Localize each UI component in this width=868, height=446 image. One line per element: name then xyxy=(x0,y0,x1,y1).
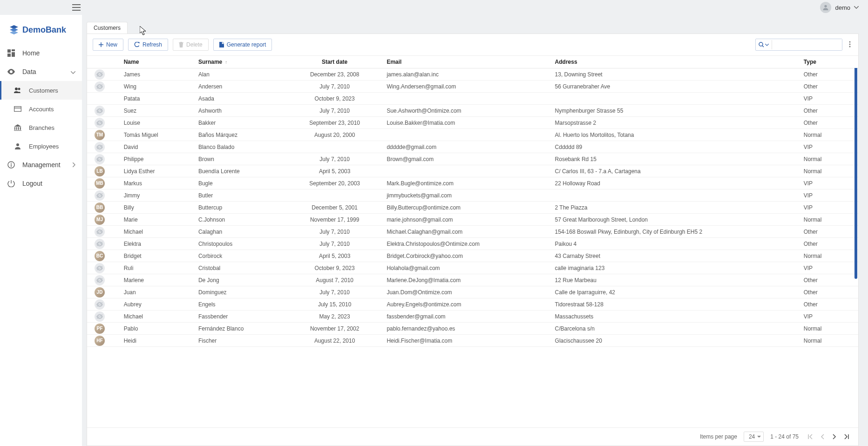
nav-data[interactable]: Data xyxy=(0,62,82,81)
new-button[interactable]: New xyxy=(93,39,123,51)
table-row[interactable]: TMTomás MiguelBaños MárquezAugust 20, 20… xyxy=(87,129,858,141)
cell-type: VIP xyxy=(799,189,858,202)
generate-report-button[interactable]: Generate report xyxy=(213,39,272,51)
column-type[interactable]: Type xyxy=(799,56,858,68)
cell-name: Heidi xyxy=(119,335,194,347)
table-row[interactable]: WingAndersenJuly 7, 2010Wing.Andersen@gm… xyxy=(87,81,858,93)
cell-surname: Asada xyxy=(194,93,287,105)
customer-avatar: JD xyxy=(95,287,105,297)
table-row[interactable]: AubreyEngelsJuly 15, 2010Aubrey.Engels@o… xyxy=(87,298,858,311)
nav-accounts[interactable]: Accounts xyxy=(0,100,82,118)
column-avatar xyxy=(87,56,119,68)
tab-customers[interactable]: Customers xyxy=(87,22,128,34)
table-row[interactable]: DavidBlanco Baladoddddde@gmail.comCddddd… xyxy=(87,141,858,153)
refresh-label: Refresh xyxy=(142,41,162,48)
cell-name: Aubrey xyxy=(119,298,194,311)
cell-email: Juan.Dom@Ontimize.com xyxy=(382,286,550,298)
table-container: Name Surname↑ Start date Email Address T… xyxy=(87,56,858,427)
cell-start-date: April 5, 2003 xyxy=(287,165,382,177)
plus-icon xyxy=(99,42,103,47)
user-name-label: demo xyxy=(835,4,850,11)
nav-accounts-label: Accounts xyxy=(29,106,54,113)
cell-address: Glacischaussee 20 xyxy=(550,335,799,347)
cell-surname: Calaghan xyxy=(194,226,287,238)
user-menu[interactable]: demo xyxy=(816,0,862,15)
items-per-page-select[interactable]: 24 xyxy=(744,432,764,442)
new-label: New xyxy=(106,41,117,48)
cell-email: Elektra.Christopoulos@Ontimize.com xyxy=(382,238,550,250)
table-row[interactable]: RuliCristobalOctober 9, 2023Holahola@gma… xyxy=(87,262,858,274)
cell-surname: Corbirock xyxy=(194,250,287,262)
chevron-down-icon xyxy=(854,6,859,9)
cell-start-date: September 20, 2003 xyxy=(287,177,382,189)
cell-address: Rosebank Rd 15 xyxy=(550,153,799,165)
nav-management-label: Management xyxy=(22,161,61,169)
nav-management[interactable]: Management xyxy=(0,155,82,174)
menu-toggle-button[interactable] xyxy=(67,0,86,15)
brand-logo[interactable]: DemoBank xyxy=(0,21,82,44)
prev-page-button[interactable] xyxy=(817,432,827,442)
cell-surname: Baños Márquez xyxy=(194,129,287,141)
scrollbar-thumb[interactable] xyxy=(854,56,857,279)
customer-avatar: HF xyxy=(95,336,105,346)
hamburger-icon xyxy=(72,4,81,11)
cell-type: Other xyxy=(799,274,858,286)
column-start-date[interactable]: Start date xyxy=(287,56,382,68)
cell-type: Normal xyxy=(799,153,858,165)
customer-avatar: LB xyxy=(95,166,105,176)
table-row[interactable]: MichaelFassbenderMay 2, 2023fassbender@g… xyxy=(87,311,858,323)
nav-home[interactable]: Home xyxy=(0,44,82,62)
cell-type: Other xyxy=(799,286,858,298)
nav-logout[interactable]: Logout xyxy=(0,174,82,193)
column-address[interactable]: Address xyxy=(550,56,799,68)
cell-address: Marsopstrasse 2 xyxy=(550,117,799,129)
table-row[interactable]: ElektraChristopoulosJuly 7, 2010Elektra.… xyxy=(87,238,858,250)
table-row[interactable]: PhilippeBrownJuly 7, 2010Brown@gmail.com… xyxy=(87,153,858,165)
nav-branches[interactable]: Branches xyxy=(0,118,82,137)
placeholder-avatar-icon xyxy=(95,118,105,128)
table-row[interactable]: MJMarieC.JohnsonNovember 17, 1999marie.j… xyxy=(87,214,858,226)
more-vertical-icon xyxy=(849,41,851,47)
column-name[interactable]: Name xyxy=(119,56,194,68)
table-row[interactable]: LouiseBakkerSeptember 23, 2010Louise.Bak… xyxy=(87,117,858,129)
table-row[interactable]: JDJuanDominguezJuly 7, 2010Juan.Dom@Onti… xyxy=(87,286,858,298)
svg-rect-2 xyxy=(12,49,15,51)
nav-customers[interactable]: Customers xyxy=(0,81,82,100)
table-row[interactable]: BBBillyButtercupDecember 5, 2001Billy.Bu… xyxy=(87,202,858,214)
table-row[interactable]: MichaelCalaghanJuly 7, 2010Michael.Calag… xyxy=(87,226,858,238)
cell-type: Other xyxy=(799,226,858,238)
first-page-button[interactable] xyxy=(805,432,815,442)
table-row[interactable]: MarleneDe JongAugust 7, 2010Marlene.DeJo… xyxy=(87,274,858,286)
cell-name: Patata xyxy=(119,93,194,105)
table-row[interactable]: SuezAshworthJuly 7, 2010Sue.Ashworth@Ont… xyxy=(87,105,858,117)
cell-name: Tomás Miguel xyxy=(119,129,194,141)
table-row[interactable]: JamesAlanDecember 23, 2008james.alan@ala… xyxy=(87,68,858,81)
table-row[interactable]: HFHeidiFischerAugust 22, 2010Heidi.Fisch… xyxy=(87,335,858,347)
column-surname[interactable]: Surname↑ xyxy=(194,56,287,68)
cell-type: Other xyxy=(799,238,858,250)
last-page-button[interactable] xyxy=(841,432,852,442)
table-row[interactable]: BCBridgetCorbirockApril 5, 2003Bridget.C… xyxy=(87,250,858,262)
cell-surname: Engels xyxy=(194,298,287,311)
customer-avatar: MJ xyxy=(95,215,105,225)
next-page-button[interactable] xyxy=(829,432,840,442)
cell-name: James xyxy=(119,68,194,81)
svg-point-8 xyxy=(16,143,19,146)
more-options-button[interactable] xyxy=(847,39,853,51)
table-row[interactable]: LBLidya EstherBuendía LorenteApril 5, 20… xyxy=(87,165,858,177)
last-page-icon xyxy=(844,434,849,439)
cell-start-date: November 17, 1999 xyxy=(287,214,382,226)
cell-name: Michael xyxy=(119,311,194,323)
column-email[interactable]: Email xyxy=(382,56,550,68)
search-input[interactable] xyxy=(772,39,842,50)
table-row[interactable]: JimmyButlerjimmybuckets@gmail.comVIP xyxy=(87,189,858,202)
search-filter-dropdown[interactable] xyxy=(756,40,772,49)
table-row[interactable]: PatataAsadaOctober 9, 2023VIP xyxy=(87,93,858,105)
table-row[interactable]: MBMarkusBugleSeptember 20, 2003Mark.Bugl… xyxy=(87,177,858,189)
cell-start-date: July 7, 2010 xyxy=(287,81,382,93)
nav-employees[interactable]: Employees xyxy=(0,137,82,155)
cell-email: fassbender@gmail.com xyxy=(382,311,550,323)
table-row[interactable]: PFPabloFernández BlancoNovember 17, 2002… xyxy=(87,323,858,335)
cell-start-date: August 22, 2010 xyxy=(287,335,382,347)
refresh-button[interactable]: Refresh xyxy=(128,39,168,51)
